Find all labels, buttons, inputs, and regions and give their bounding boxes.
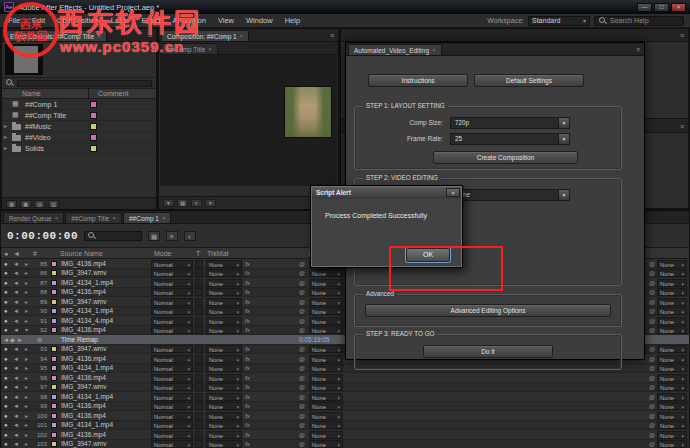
tab-effect-controls[interactable]: Effect Controls: ##Comp Title × xyxy=(4,30,107,41)
mode-select[interactable]: Normal▾ xyxy=(151,412,193,420)
visibility-eye-icon[interactable]: ● xyxy=(4,383,8,391)
visibility-eye-icon[interactable]: ● xyxy=(4,307,8,315)
mode-select[interactable]: Normal▾ xyxy=(151,364,193,372)
preserve-transparency-toggle[interactable] xyxy=(195,279,203,287)
timeline-layer-row[interactable]: ●◄▸101IMG_4134_1.mp4Normal▾None▾fx@None▾… xyxy=(1,421,689,431)
maximize-button[interactable]: □ xyxy=(654,3,669,12)
twirl-icon[interactable]: ▸ xyxy=(25,374,28,382)
pickwhip-icon[interactable]: @ xyxy=(649,440,655,448)
label-color-chip[interactable] xyxy=(51,422,57,428)
next-keyframe-icon[interactable]: ► xyxy=(17,336,23,344)
preserve-transparency-toggle[interactable] xyxy=(195,288,203,296)
menu-animation[interactable]: Animation xyxy=(167,16,212,25)
preserve-transparency-toggle[interactable] xyxy=(195,440,203,448)
mode-select[interactable]: Normal▾ xyxy=(151,279,193,287)
column-comment[interactable]: Comment xyxy=(98,90,128,97)
trkmat-select[interactable]: None▾ xyxy=(206,374,242,382)
pickwhip-icon[interactable]: @ xyxy=(649,402,655,410)
parent-select[interactable]: None▾ xyxy=(309,431,343,439)
property-value[interactable]: 0:05:19:05 xyxy=(299,336,330,344)
twirl-icon[interactable]: ▸ xyxy=(25,317,28,325)
audio-speaker-icon[interactable]: ◄ xyxy=(13,355,19,363)
trkmat-select[interactable]: None▾ xyxy=(206,288,242,296)
project-item[interactable]: ▸##Music xyxy=(2,121,156,132)
parent-select[interactable]: None▾ xyxy=(657,355,687,363)
audio-speaker-icon[interactable]: ◄ xyxy=(13,298,19,306)
timeline-layer-row[interactable]: ●◄▸99IMG_4136.mp4Normal▾None▾fx@None▾@No… xyxy=(1,402,689,412)
help-search-input[interactable]: Search Help xyxy=(594,16,684,26)
column-t[interactable]: T xyxy=(196,250,200,257)
visibility-eye-icon[interactable]: ● xyxy=(4,269,8,277)
pickwhip-icon[interactable]: @ xyxy=(299,345,305,353)
preserve-transparency-toggle[interactable] xyxy=(195,383,203,391)
workspace-select[interactable]: Standard ▾ xyxy=(528,16,590,26)
audio-speaker-icon[interactable]: ◄ xyxy=(13,431,19,439)
label-color-chip[interactable] xyxy=(51,270,57,276)
pickwhip-icon[interactable]: @ xyxy=(299,288,305,296)
trkmat-select[interactable]: None▾ xyxy=(206,345,242,353)
parent-select[interactable]: None▾ xyxy=(657,326,687,334)
pickwhip-icon[interactable]: @ xyxy=(649,279,655,287)
mode-select[interactable]: Normal▾ xyxy=(151,374,193,382)
menu-edit[interactable]: Edit xyxy=(26,16,51,25)
twirl-icon[interactable]: ▸ xyxy=(25,279,28,287)
parent-select[interactable]: None▾ xyxy=(309,279,343,287)
project-item[interactable]: ▦##Comp 1 xyxy=(2,99,156,110)
twirl-icon[interactable]: ▸ xyxy=(25,269,28,277)
mode-select[interactable]: Normal▾ xyxy=(151,402,193,410)
preserve-transparency-toggle[interactable] xyxy=(195,260,203,268)
pickwhip-icon[interactable]: @ xyxy=(299,355,305,363)
pickwhip-icon[interactable]: @ xyxy=(649,393,655,401)
trkmat-select[interactable]: None▾ xyxy=(206,412,242,420)
label-color-chip[interactable] xyxy=(51,299,57,305)
panel-menu-icon[interactable]: ≡ xyxy=(678,121,686,132)
preserve-transparency-toggle[interactable] xyxy=(195,345,203,353)
timeline-layer-row[interactable]: ●◄▸98IMG_4134_1.mp4Normal▾None▾fx@None▾@… xyxy=(1,392,689,402)
mode-select[interactable]: Normal▾ xyxy=(151,421,193,429)
alert-close-button[interactable]: × xyxy=(446,188,460,197)
mode-select[interactable]: Normal▾ xyxy=(151,393,193,401)
project-item[interactable]: ▦##Comp Title xyxy=(2,110,156,121)
preserve-transparency-toggle[interactable] xyxy=(195,307,203,315)
column-number[interactable]: # xyxy=(33,250,37,257)
panel-menu-icon[interactable]: ≡ xyxy=(678,30,686,41)
visibility-eye-icon[interactable]: ● xyxy=(4,364,8,372)
pickwhip-icon[interactable]: @ xyxy=(649,345,655,353)
trkmat-select[interactable]: None▾ xyxy=(206,317,242,325)
color-style-select[interactable]: None ▼ xyxy=(450,189,570,201)
audio-speaker-icon[interactable]: ◄ xyxy=(13,269,19,277)
parent-select[interactable]: None▾ xyxy=(657,431,687,439)
pickwhip-icon[interactable]: @ xyxy=(299,307,305,315)
audio-speaker-icon[interactable]: ◄ xyxy=(13,383,19,391)
audio-speaker-icon[interactable]: ◄ xyxy=(13,374,19,382)
parent-select[interactable]: None▾ xyxy=(657,440,687,448)
parent-select[interactable]: None▾ xyxy=(309,412,343,420)
parent-select[interactable]: None▾ xyxy=(657,307,687,315)
parent-select[interactable]: None▾ xyxy=(657,269,687,277)
menu-layer[interactable]: Layer xyxy=(105,16,136,25)
close-tab-icon[interactable]: × xyxy=(97,31,101,41)
parent-select[interactable]: None▾ xyxy=(309,317,343,325)
label-color-chip[interactable] xyxy=(51,356,57,362)
audio-speaker-icon[interactable]: ◄ xyxy=(13,440,19,448)
visibility-eye-icon[interactable]: ● xyxy=(4,412,8,420)
twirl-icon[interactable]: ▸ xyxy=(25,298,28,306)
pickwhip-icon[interactable]: @ xyxy=(649,431,655,439)
keyframe-icon[interactable]: ◆ xyxy=(10,336,15,344)
pickwhip-icon[interactable]: @ xyxy=(299,402,305,410)
stopwatch-icon[interactable]: ⊙ xyxy=(37,336,42,344)
new-folder-icon[interactable]: ▣ xyxy=(20,200,31,208)
pickwhip-icon[interactable]: @ xyxy=(299,364,305,372)
twirl-icon[interactable]: ▸ xyxy=(4,122,7,129)
preserve-transparency-toggle[interactable] xyxy=(195,421,203,429)
visibility-eye-icon[interactable]: ● xyxy=(4,355,8,363)
composition-viewer[interactable] xyxy=(160,55,337,186)
delete-icon[interactable]: ▥ xyxy=(48,200,59,208)
audio-speaker-icon[interactable]: ◄ xyxy=(13,260,19,268)
parent-select[interactable]: None▾ xyxy=(309,355,343,363)
pickwhip-icon[interactable]: @ xyxy=(649,383,655,391)
preserve-transparency-toggle[interactable] xyxy=(195,269,203,277)
trkmat-select[interactable]: None▾ xyxy=(206,421,242,429)
pickwhip-icon[interactable]: @ xyxy=(299,383,305,391)
resolution-select[interactable]: ▾ xyxy=(205,199,216,207)
